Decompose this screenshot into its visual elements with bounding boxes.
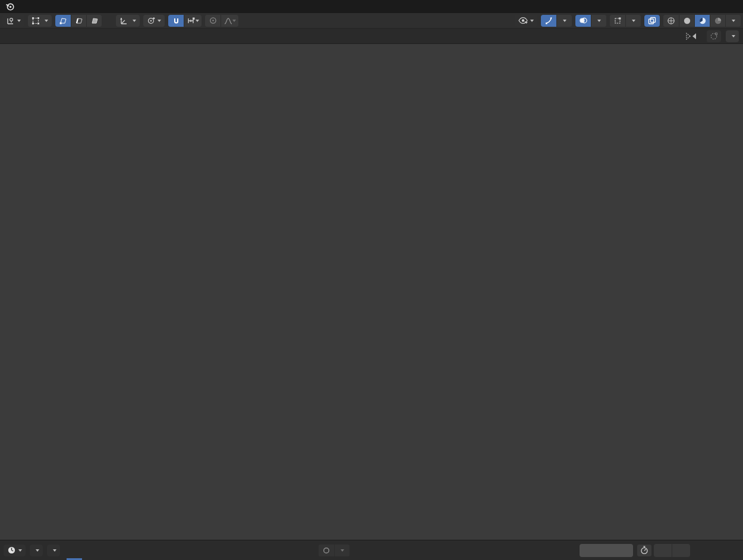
pivot-point-icon bbox=[147, 17, 155, 25]
editor-3d-viewport-icon bbox=[6, 17, 15, 25]
start-frame-field[interactable] bbox=[654, 544, 672, 557]
shading-group bbox=[663, 15, 741, 27]
options-dropdown[interactable] bbox=[726, 30, 739, 42]
snap-group bbox=[168, 15, 202, 27]
chevron-down-icon bbox=[597, 20, 601, 22]
snap-magnet-toggle[interactable] bbox=[168, 15, 184, 27]
chevron-down-icon bbox=[563, 20, 566, 22]
transform-orientation-selector[interactable] bbox=[116, 15, 140, 27]
end-frame-field[interactable] bbox=[672, 544, 690, 557]
edge-select-button[interactable] bbox=[71, 15, 86, 27]
mode-selector[interactable] bbox=[28, 15, 52, 27]
auto-merge-button[interactable] bbox=[707, 30, 721, 42]
chevron-down-icon bbox=[53, 549, 56, 552]
stopwatch-icon bbox=[640, 546, 648, 555]
edit-mode-icon bbox=[32, 17, 40, 25]
editor-type-button[interactable] bbox=[2, 15, 24, 27]
visibility-selector[interactable] bbox=[515, 15, 537, 27]
gizmos-group bbox=[541, 15, 572, 27]
timeline-editor-type-button[interactable] bbox=[4, 545, 26, 556]
chevron-down-icon bbox=[158, 20, 161, 22]
current-frame-field[interactable] bbox=[580, 544, 633, 557]
vertex-select-button[interactable] bbox=[55, 15, 71, 27]
gizmos-dropdown[interactable] bbox=[556, 15, 572, 27]
xray-icon bbox=[648, 17, 656, 25]
chevron-down-icon bbox=[36, 549, 39, 552]
chevron-down-icon bbox=[133, 20, 136, 22]
navigation-gizmo[interactable] bbox=[691, 49, 741, 99]
blender-logo-glyph bbox=[5, 2, 15, 11]
square-dot-icon bbox=[614, 17, 622, 24]
chevron-down-icon bbox=[530, 20, 534, 22]
mirror-icon bbox=[685, 32, 697, 40]
xray-settings-dropdown[interactable] bbox=[625, 15, 641, 27]
chevron-down-icon bbox=[341, 549, 344, 552]
snap-target-icon bbox=[187, 17, 196, 24]
chevron-down-icon bbox=[45, 20, 48, 22]
timeline-bar bbox=[0, 540, 743, 560]
playback-menu[interactable] bbox=[30, 545, 43, 556]
frame-range-group bbox=[654, 544, 690, 557]
viewport-canvas[interactable] bbox=[0, 44, 743, 540]
magnet-icon bbox=[172, 17, 180, 24]
chevron-down-icon bbox=[732, 20, 735, 22]
falloff-curve-icon bbox=[224, 17, 232, 24]
overlays-icon bbox=[579, 17, 587, 24]
proportional-group bbox=[205, 15, 238, 27]
chevron-down-icon bbox=[632, 20, 635, 22]
xray-settings-group bbox=[610, 15, 641, 27]
select-mode-group bbox=[55, 15, 102, 27]
clock-icon bbox=[7, 546, 16, 555]
viewport[interactable] bbox=[0, 44, 743, 540]
overlays-dropdown[interactable] bbox=[591, 15, 606, 27]
blender-window bbox=[0, 0, 743, 560]
wireframe-sphere-icon bbox=[667, 17, 675, 25]
proportional-falloff-selector[interactable] bbox=[221, 15, 238, 27]
topbar bbox=[0, 0, 743, 13]
shading-rendered-button[interactable] bbox=[710, 15, 725, 27]
visibility-eye-icon bbox=[518, 17, 528, 24]
use-preview-range-button[interactable] bbox=[637, 545, 651, 556]
shading-material-preview-button[interactable] bbox=[694, 15, 710, 27]
shading-dropdown[interactable] bbox=[725, 15, 741, 27]
auto-keyframe-group bbox=[319, 545, 350, 556]
show-gizmos-toggle[interactable] bbox=[541, 15, 556, 27]
chevron-down-icon bbox=[196, 20, 199, 22]
chevron-down-icon bbox=[232, 20, 236, 22]
shading-wireframe-button[interactable] bbox=[663, 15, 679, 27]
keying-menu[interactable] bbox=[47, 545, 60, 556]
snap-target-selector[interactable] bbox=[184, 15, 202, 27]
chevron-down-icon bbox=[732, 35, 735, 37]
blender-logo-icon[interactable] bbox=[0, 0, 19, 13]
proportional-circle-icon bbox=[209, 17, 217, 24]
tool-settings-bar bbox=[0, 29, 743, 44]
xray-settings-button[interactable] bbox=[610, 15, 625, 27]
face-select-button[interactable] bbox=[86, 15, 102, 27]
record-circle-icon bbox=[323, 547, 330, 554]
toggle-xray-button[interactable] bbox=[644, 15, 660, 27]
viewport-header bbox=[0, 13, 743, 29]
orientation-axes-icon bbox=[119, 17, 128, 25]
proportional-editing-toggle[interactable] bbox=[205, 15, 221, 27]
auto-merge-icon bbox=[710, 32, 718, 40]
auto-keyframe-toggle[interactable] bbox=[319, 545, 334, 556]
chevron-down-icon bbox=[17, 20, 21, 22]
show-overlays-toggle[interactable] bbox=[575, 15, 591, 27]
gizmo-arrow-icon bbox=[545, 17, 553, 24]
auto-keyframe-dropdown[interactable] bbox=[334, 545, 350, 556]
pivot-point-selector[interactable] bbox=[143, 15, 165, 27]
chevron-down-icon bbox=[18, 549, 22, 552]
shading-solid-button[interactable] bbox=[679, 15, 694, 27]
overlays-group bbox=[575, 15, 606, 27]
